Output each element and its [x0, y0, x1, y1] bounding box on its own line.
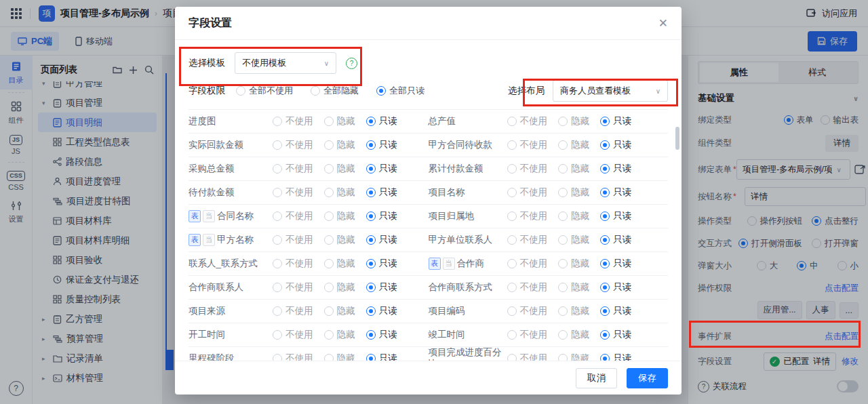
field-permission-table: 进度图不使用隐藏只读总产值不使用隐藏只读实际回款金额不使用隐藏只读甲方合同待收款…	[189, 109, 668, 361]
radio-option-不使用[interactable]: 不使用	[507, 281, 548, 294]
radio-option-只读[interactable]: 只读	[600, 352, 631, 361]
radio-option-不使用[interactable]: 不使用	[273, 139, 313, 151]
radio-option-隐藏[interactable]: 隐藏	[558, 210, 589, 222]
radio-option-不使用[interactable]: 不使用	[507, 186, 548, 199]
radio-option-隐藏[interactable]: 隐藏	[324, 115, 355, 127]
close-icon[interactable]: ✕	[658, 16, 668, 31]
radio-option-隐藏[interactable]: 隐藏	[558, 115, 589, 127]
radio-option-只读[interactable]: 只读	[600, 234, 631, 246]
radio-icon	[324, 235, 334, 245]
radio-option-不使用[interactable]: 不使用	[273, 163, 313, 175]
radio-option-只读[interactable]: 只读	[366, 258, 397, 270]
radio-option-隐藏[interactable]: 隐藏	[324, 210, 355, 222]
radio-icon	[324, 117, 334, 126]
field-cell: 合作商联系方式不使用隐藏只读	[429, 276, 669, 299]
radio-option-隐藏[interactable]: 隐藏	[558, 258, 589, 270]
radio-option-不使用[interactable]: 不使用	[507, 305, 548, 317]
radio-option-隐藏[interactable]: 隐藏	[324, 305, 355, 317]
radio-option-不使用[interactable]: 不使用	[507, 163, 548, 175]
radio-option-不使用[interactable]: 不使用	[273, 281, 313, 294]
radio-option-只读[interactable]: 只读	[366, 139, 397, 151]
radio-option-只读[interactable]: 只读	[600, 305, 631, 317]
radio-option-不使用[interactable]: 不使用	[507, 210, 548, 222]
radio-option-只读[interactable]: 只读	[366, 305, 397, 317]
radio-option-隐藏[interactable]: 隐藏	[558, 163, 589, 175]
radio-option-只读[interactable]: 只读	[600, 329, 631, 341]
radio-icon	[600, 354, 610, 361]
radio-icon	[558, 330, 568, 340]
annotation-box-layout	[523, 79, 678, 106]
radio-option-隐藏[interactable]: 隐藏	[324, 258, 355, 270]
radio-option-不使用[interactable]: 不使用	[507, 258, 548, 270]
radio-option-隐藏[interactable]: 隐藏	[324, 281, 355, 294]
radio-option-只读[interactable]: 只读	[600, 281, 631, 294]
radio-option-隐藏[interactable]: 隐藏	[324, 234, 355, 246]
radio-label: 隐藏	[571, 258, 589, 270]
field-label: 里程碑阶段	[189, 353, 273, 361]
field-cell: 项目名称不使用隐藏只读	[429, 181, 669, 204]
radio-option-不使用[interactable]: 不使用	[273, 305, 313, 317]
radio-option-隐藏[interactable]: 隐藏	[558, 139, 589, 151]
radio-option-只读[interactable]: 只读	[366, 186, 397, 199]
radio-option-隐藏[interactable]: 隐藏	[324, 139, 355, 151]
radio-label: 全部隐藏	[323, 85, 359, 97]
save-button[interactable]: 保存	[627, 368, 668, 388]
field-label: 合作商联系人	[189, 282, 273, 294]
radio-label: 只读	[613, 210, 631, 222]
radio-label: 不使用	[285, 281, 313, 294]
radio-option-只读[interactable]: 只读	[600, 139, 631, 151]
field-row: 联系人_联系方式不使用隐藏只读表当合作商不使用隐藏只读	[189, 252, 668, 276]
radio-option-只读[interactable]: 只读	[366, 329, 397, 341]
radio-option-只读[interactable]: 只读	[600, 186, 631, 199]
radio-option-隐藏[interactable]: 隐藏	[324, 163, 355, 175]
radio-option-隐藏[interactable]: 隐藏	[558, 281, 589, 294]
radio-label: 只读	[379, 258, 397, 270]
radio-label: 只读	[613, 163, 631, 175]
radio-label: 隐藏	[571, 305, 589, 317]
radio-option-隐藏[interactable]: 隐藏	[324, 329, 355, 341]
radio-option-隐藏[interactable]: 隐藏	[558, 329, 589, 341]
radio-option-只读[interactable]: 只读	[600, 163, 631, 175]
radio-option-不使用[interactable]: 不使用	[273, 352, 313, 361]
radio-option-隐藏[interactable]: 隐藏	[324, 352, 355, 361]
radio-label: 只读	[613, 115, 631, 127]
radio-option-隐藏[interactable]: 隐藏	[558, 305, 589, 317]
field-label: 合作商联系方式	[429, 282, 507, 294]
radio-option-隐藏[interactable]: 隐藏	[558, 352, 589, 361]
radio-option-只读[interactable]: 只读	[366, 352, 397, 361]
radio-option-隐藏[interactable]: 隐藏	[324, 186, 355, 199]
radio-option-不使用[interactable]: 不使用	[273, 186, 313, 199]
radio-option-不使用[interactable]: 不使用	[507, 234, 548, 246]
radio-label: 只读	[613, 258, 631, 270]
radio-option-不使用[interactable]: 不使用	[273, 258, 313, 270]
radio-option-只读[interactable]: 只读	[366, 210, 397, 222]
radio-option-不使用[interactable]: 不使用	[273, 234, 313, 246]
radio-option-全部隐藏[interactable]: 全部隐藏	[311, 85, 359, 97]
radio-option-只读[interactable]: 只读	[366, 234, 397, 246]
radio-option-不使用[interactable]: 不使用	[507, 329, 548, 341]
radio-option-不使用[interactable]: 不使用	[507, 115, 548, 127]
radio-option-只读[interactable]: 只读	[600, 210, 631, 222]
radio-option-全部只读[interactable]: 全部只读	[376, 85, 425, 97]
radio-option-隐藏[interactable]: 隐藏	[558, 186, 589, 199]
field-row: 项目来源不使用隐藏只读项目编码不使用隐藏只读	[189, 300, 668, 323]
radio-option-不使用[interactable]: 不使用	[507, 139, 548, 151]
radio-option-只读[interactable]: 只读	[366, 115, 397, 127]
radio-option-不使用[interactable]: 不使用	[273, 210, 313, 222]
cancel-button[interactable]: 取消	[576, 368, 617, 388]
radio-option-只读[interactable]: 只读	[366, 163, 397, 175]
radio-option-只读[interactable]: 只读	[600, 115, 631, 127]
field-label: 表当合同名称	[189, 210, 273, 222]
field-row: 表当甲方名称不使用隐藏只读甲方单位联系人不使用隐藏只读	[189, 228, 668, 252]
radio-option-不使用[interactable]: 不使用	[273, 329, 313, 341]
radio-icon	[273, 283, 282, 292]
scrollbar-thumb[interactable]	[675, 127, 679, 150]
radio-option-不使用[interactable]: 不使用	[507, 352, 548, 361]
radio-option-全部不使用[interactable]: 全部不使用	[236, 85, 293, 97]
radio-option-不使用[interactable]: 不使用	[273, 115, 313, 127]
field-label: 联系人_联系方式	[189, 258, 273, 270]
radio-option-隐藏[interactable]: 隐藏	[558, 234, 589, 246]
radio-option-只读[interactable]: 只读	[600, 258, 631, 270]
radio-label: 不使用	[520, 329, 548, 341]
radio-option-只读[interactable]: 只读	[366, 281, 397, 294]
